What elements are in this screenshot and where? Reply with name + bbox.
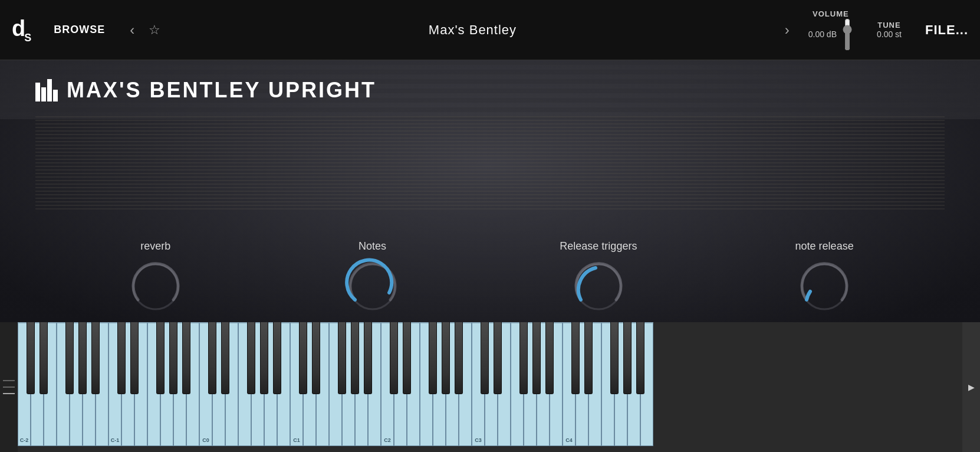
range-indicator [3,378,15,396]
next-preset-button[interactable]: › [785,22,790,38]
instrument-logo-icon [35,79,58,101]
black-key[interactable] [182,322,190,394]
black-key[interactable] [403,322,411,394]
key-octave-label: C0 [202,437,209,443]
black-key[interactable] [338,322,346,394]
keyboard-scroll-right-button[interactable]: ▶ [962,322,980,452]
black-key[interactable] [429,322,437,394]
logo-bar-1 [35,83,40,101]
key-octave-label: C-2 [20,437,29,443]
instrument-area: MAX'S BENTLEY UPRIGHT reverb Notes [0,60,980,322]
piano-strings [35,116,945,211]
black-key[interactable] [364,322,372,394]
key-octave-label: C-1 [111,437,120,443]
key-octave-label: C2 [384,437,391,443]
black-key[interactable] [312,322,320,394]
black-key[interactable] [636,322,644,394]
black-key[interactable] [40,322,48,394]
keyboard-scroll-left [0,322,18,452]
piano-keyboard: C-2C-1C0C1C2C3C4 [18,322,962,452]
black-key[interactable] [584,322,593,394]
black-key[interactable] [221,322,229,394]
black-key[interactable] [455,322,463,394]
top-bar: dS BROWSE ‹ ☆ Max's Bentley › VOLUME 0.0… [0,0,980,60]
tune-label: TUNE [877,21,900,30]
keyboard-area: C-2C-1C0C1C2C3C4 ▶ [0,322,980,452]
logo-bar-3 [47,79,52,101]
tune-section: TUNE 0.00 st [877,21,902,39]
preset-name: Max's Bentley [167,22,777,38]
black-key[interactable] [130,322,139,394]
black-key[interactable] [260,322,268,394]
note-release-knob-container: note release [795,240,854,316]
range-line-1 [3,380,15,381]
prev-preset-button[interactable]: ‹ [130,22,134,38]
logo-bar-2 [41,87,46,101]
black-key[interactable] [390,322,398,394]
black-key[interactable] [27,322,35,394]
black-key[interactable] [610,322,619,394]
key-octave-label: C4 [565,437,573,443]
black-key[interactable] [169,322,177,394]
black-key[interactable] [117,322,126,394]
volume-slider-container: 0.00 dB [808,18,853,51]
release-triggers-label: Release triggers [560,240,637,253]
black-key[interactable] [247,322,255,394]
knobs-row: reverb Notes Re [0,240,980,316]
black-key[interactable] [208,322,216,394]
black-key[interactable] [78,322,87,394]
black-key[interactable] [481,322,489,394]
notes-label: Notes [359,240,386,253]
notes-knob-container: Notes [343,240,402,316]
file-button[interactable]: FILE... [925,22,968,38]
volume-label: VOLUME [813,9,849,18]
tune-value: 0.00 st [877,30,902,39]
black-key[interactable] [273,322,281,394]
note-release-label: note release [795,240,854,253]
key-octave-label: C1 [293,437,300,443]
logo-bar-4 [53,90,58,101]
black-key[interactable] [571,322,580,394]
volume-section: VOLUME 0.00 dB [808,9,853,51]
range-marker [3,393,15,394]
black-key[interactable] [351,322,359,394]
black-key[interactable] [532,322,541,394]
release-triggers-knob-container: Release triggers [560,240,637,316]
volume-value: 0.00 dB [808,30,837,39]
black-key[interactable] [65,322,74,394]
black-key[interactable] [519,322,528,394]
black-key[interactable] [545,322,554,394]
reverb-knob-container: reverb [126,240,185,316]
browse-button[interactable]: BROWSE [54,24,105,36]
black-key[interactable] [156,322,165,394]
instrument-title: MAX'S BENTLEY UPRIGHT [67,78,376,103]
range-line-2 [3,387,15,388]
note-release-knob[interactable] [795,257,854,316]
black-key[interactable] [442,322,450,394]
black-key[interactable] [623,322,632,394]
black-key[interactable] [91,322,100,394]
release-triggers-knob[interactable] [569,257,628,316]
notes-knob[interactable] [343,257,402,316]
key-octave-label: C3 [475,437,482,443]
reverb-knob[interactable] [126,257,185,316]
volume-slider[interactable] [841,18,853,51]
app-logo: dS [12,16,30,44]
black-key[interactable] [494,322,502,394]
instrument-title-bar: MAX'S BENTLEY UPRIGHT [35,78,376,103]
reverb-label: reverb [140,240,170,253]
black-key[interactable] [299,322,307,394]
favorite-button[interactable]: ☆ [149,22,160,38]
scroll-right-icon: ▶ [968,382,975,392]
